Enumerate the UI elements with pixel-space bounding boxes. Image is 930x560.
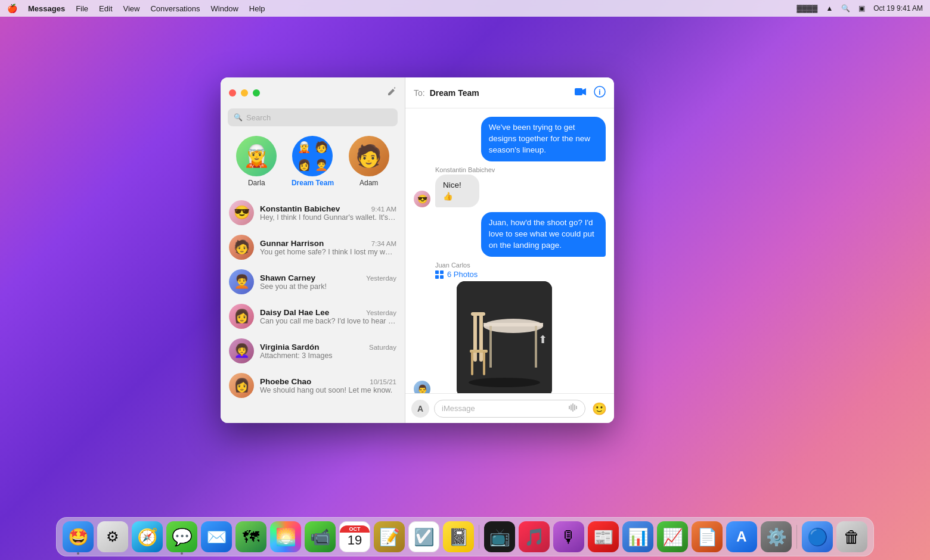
dock-messages[interactable]: 💬 [166, 521, 197, 552]
svg-rect-10 [489, 326, 492, 368]
sidebar: 🔍 Search 🧝 Darla 🧝🧑 👩🧑‍ [221, 77, 405, 423]
contact-item-shawn[interactable]: 🧑‍🦱 Shawn Carney Yesterday See you at th… [221, 265, 405, 299]
contact-info-gunnar: Gunnar Harrison 7:34 AM You get home saf… [260, 239, 396, 256]
controlcenter-icon[interactable]: ▣ [858, 4, 865, 13]
menu-edit[interactable]: Edit [99, 4, 112, 13]
dock-mail[interactable]: ✉️ [201, 521, 232, 552]
chat-to-label: To: [414, 88, 425, 98]
dock-screentime[interactable]: 🔵 [802, 521, 833, 552]
msg-avatar-juan: 👨 [414, 381, 430, 393]
contact-header-gunnar: Gunnar Harrison 7:34 AM [260, 239, 396, 248]
minimize-button[interactable] [241, 89, 248, 97]
audio-input-icon [568, 403, 578, 414]
contact-item-virginia[interactable]: 👩‍🦱 Virginia Sardón Saturday Attachment:… [221, 334, 405, 368]
message-bubble-konstantin: Nice! 👍 [435, 175, 479, 208]
svg-rect-19 [569, 406, 570, 409]
contact-avatar-gunnar: 🧑 [229, 235, 254, 260]
wifi-icon: ▲ [826, 4, 833, 13]
menubar: 🍎 Messages File Edit View Conversations … [0, 0, 930, 17]
dock-calendar[interactable]: OCT 19 [339, 521, 370, 552]
app-name-menu[interactable]: Messages [28, 4, 65, 13]
video-call-icon[interactable] [575, 88, 587, 98]
emoji-button[interactable]: 🙂 [590, 400, 608, 418]
contact-time-daisy: Yesterday [366, 309, 396, 316]
contact-info-konstantin: Konstantin Babichev 9:41 AM Hey, I think… [260, 204, 396, 222]
dock-pages[interactable]: 📄 [692, 521, 723, 552]
menu-conversations[interactable]: Conversations [150, 4, 200, 13]
dock-keynote[interactable]: 📊 [622, 521, 653, 552]
contact-time-virginia: Saturday [369, 344, 396, 351]
share-button[interactable]: ⬆ [538, 333, 547, 346]
message-row-sent-2: Juan, how'd the shoot go? I'd love to se… [414, 212, 606, 257]
dock-appstore[interactable]: A [726, 521, 757, 552]
message-input-field[interactable]: iMessage [434, 400, 585, 418]
dock-notes[interactable]: 📓 [443, 521, 474, 552]
svg-rect-23 [576, 406, 577, 409]
contact-info-phoebe: Phoebe Chao 10/15/21 We should hang out … [260, 377, 396, 394]
contact-time-shawn: Yesterday [366, 275, 396, 282]
menu-view[interactable]: View [123, 4, 140, 13]
menu-window[interactable]: Window [211, 4, 238, 13]
message-row-juan: Juan Carlos 👨 6 Photos [414, 262, 606, 393]
sidebar-titlebar [221, 77, 405, 108]
chat-header-icons: i [575, 86, 606, 100]
pinned-contact-dreamteam[interactable]: 🧝🧑 👩🧑‍🦱 Dream Team [292, 136, 334, 187]
contact-preview-virginia: Attachment: 3 Images [260, 351, 396, 360]
contact-item-daisy[interactable]: 👩 Daisy Dal Hae Lee Yesterday Can you ca… [221, 299, 405, 334]
dock-news[interactable]: 📰 [588, 521, 619, 552]
dock-reminders[interactable]: ☑️ [408, 521, 439, 552]
search-menu-icon[interactable]: 🔍 [841, 4, 850, 13]
contact-name-phoebe: Phoebe Chao [260, 377, 311, 386]
svg-rect-7 [457, 281, 552, 393]
contact-preview-phoebe: We should hang out soon! Let me know. [260, 386, 396, 394]
dock-finder[interactable]: 🤩 [63, 521, 94, 552]
svg-rect-22 [574, 405, 575, 410]
dock-notes-cork[interactable]: 📝 [374, 521, 405, 552]
dock-safari[interactable]: 🧭 [132, 521, 163, 552]
dock-systemprefs[interactable]: ⚙️ [761, 521, 792, 552]
svg-text:i: i [599, 88, 600, 97]
maximize-button[interactable] [253, 89, 260, 97]
dock-appletv[interactable]: 📺 [484, 521, 515, 552]
contact-item-konstantin[interactable]: 😎 Konstantin Babichev 9:41 AM Hey, I thi… [221, 195, 405, 230]
contact-header-konstantin: Konstantin Babichev 9:41 AM [260, 204, 396, 213]
juan-msg-container: 👨 6 Photos [414, 270, 552, 393]
search-bar[interactable]: 🔍 Search [228, 108, 398, 126]
menu-help[interactable]: Help [249, 4, 265, 13]
contact-time-konstantin: 9:41 AM [371, 206, 396, 213]
apps-button[interactable]: A [411, 400, 429, 418]
contact-preview-gunnar: You get home safe? I think I lost my wal… [260, 248, 396, 256]
svg-rect-6 [440, 275, 444, 279]
pinned-contact-darla[interactable]: 🧝 Darla [236, 136, 277, 187]
dock-photos[interactable]: 🌅 [270, 521, 301, 552]
contact-item-gunnar[interactable]: 🧑 Gunnar Harrison 7:34 AM You get home s… [221, 230, 405, 265]
compose-button[interactable] [387, 87, 396, 99]
photo-attachment[interactable]: ⬆ [457, 281, 552, 393]
dock-podcasts[interactable]: 🎙 [553, 521, 584, 552]
sender-label-juan: Juan Carlos [414, 262, 470, 269]
apple-menu[interactable]: 🍎 [7, 4, 17, 13]
chat-header: To: Dream Team i [405, 77, 614, 108]
chair-image [457, 281, 552, 393]
contact-avatar-phoebe: 👩 [229, 373, 254, 398]
search-input[interactable]: Search [246, 113, 392, 122]
dock-launchpad[interactable]: ⚙ [97, 521, 128, 552]
info-icon[interactable]: i [594, 86, 606, 100]
dock-numbers[interactable]: 📈 [657, 521, 688, 552]
pinned-contact-adam[interactable]: 🧑 Adam [349, 136, 389, 187]
photos-count-label: 6 Photos [447, 270, 478, 279]
chat-area: To: Dream Team i [405, 77, 614, 423]
dock-music[interactable]: 🎵 [519, 521, 550, 552]
dock-trash[interactable]: 🗑 [836, 521, 867, 552]
dock-maps[interactable]: 🗺 [235, 521, 266, 552]
close-button[interactable] [229, 89, 236, 97]
svg-point-18 [469, 378, 540, 387]
contact-item-phoebe[interactable]: 👩 Phoebe Chao 10/15/21 We should hang ou… [221, 368, 405, 403]
contact-name-virginia: Virginia Sardón [260, 343, 320, 351]
message-input-placeholder: iMessage [442, 404, 475, 413]
sender-label-konstantin: Konstantin Babichev [414, 166, 495, 173]
menu-file[interactable]: File [76, 4, 88, 13]
traffic-lights [229, 89, 260, 97]
dock-facetime[interactable]: 📹 [305, 521, 336, 552]
svg-rect-4 [440, 270, 444, 274]
